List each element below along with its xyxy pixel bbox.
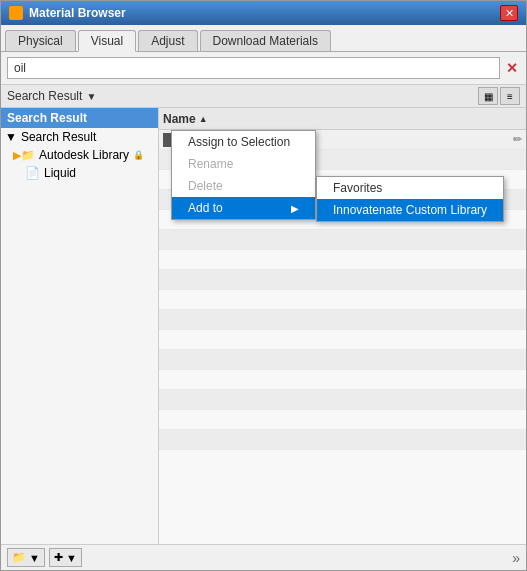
app-icon xyxy=(9,6,23,20)
table-row-empty-9 xyxy=(159,310,526,330)
grid-view-button[interactable]: ▦ xyxy=(478,87,498,105)
folder-icon: ▶📁 xyxy=(13,149,35,162)
library-dropdown-arrow: ▼ xyxy=(29,552,40,564)
ctx-add-to-label: Add to xyxy=(188,201,223,215)
table-row-empty-7 xyxy=(159,270,526,290)
table-row-empty-6 xyxy=(159,250,526,270)
add-button[interactable]: ✚ ▼ xyxy=(49,548,82,567)
left-panel-header: Search Result xyxy=(1,108,158,128)
search-bar: ✕ xyxy=(1,52,526,85)
filter-dropdown-arrow: ▼ xyxy=(86,91,96,102)
tree-item-liquid[interactable]: 📄 Liquid xyxy=(1,164,158,182)
ctx-add-to-arrow: ▶ xyxy=(291,203,299,214)
table-row-empty-8 xyxy=(159,290,526,310)
tab-download-materials[interactable]: Download Materials xyxy=(200,30,331,51)
table-row-empty-15 xyxy=(159,430,526,450)
view-buttons: ▦ ≡ xyxy=(478,87,520,105)
col-name-label: Name xyxy=(163,112,196,126)
right-panel-header: Name ▲ xyxy=(159,108,526,130)
ctx-add-to[interactable]: Add to ▶ xyxy=(172,197,315,219)
tree-label-autodesk-library: Autodesk Library xyxy=(39,148,129,162)
tree-label-liquid: Liquid xyxy=(44,166,76,180)
table-row-empty-11 xyxy=(159,350,526,370)
ctx-rename: Rename xyxy=(172,153,315,175)
material-browser-window: Material Browser ✕ Physical Visual Adjus… xyxy=(0,0,527,571)
search-input[interactable] xyxy=(7,57,500,79)
tab-physical[interactable]: Physical xyxy=(5,30,76,51)
filter-text: Search Result xyxy=(7,89,82,103)
expand-icon: ▼ xyxy=(5,130,17,144)
table-row-empty-14 xyxy=(159,410,526,430)
tree-item-autodesk-library[interactable]: ▶📁 Autodesk Library 🔒 xyxy=(1,146,158,164)
col-name: Name ▲ xyxy=(163,112,522,126)
material-edit-icon[interactable]: ✏ xyxy=(513,133,522,146)
main-content: Search Result ▼ Search Result ▶📁 Autodes… xyxy=(1,108,526,544)
close-button[interactable]: ✕ xyxy=(500,5,518,21)
tabs-bar: Physical Visual Adjust Download Material… xyxy=(1,25,526,52)
filter-bar: Search Result ▼ ▦ ≡ xyxy=(1,85,526,108)
status-bar: 📁 ▼ ✚ ▼ » xyxy=(1,544,526,570)
sort-arrow: ▲ xyxy=(199,114,208,124)
table-row-empty-10 xyxy=(159,330,526,350)
ctx-delete: Delete xyxy=(172,175,315,197)
window-title: Material Browser xyxy=(29,6,126,20)
table-row-empty-12 xyxy=(159,370,526,390)
filter-label[interactable]: Search Result ▼ xyxy=(7,89,96,103)
table-row-empty-13 xyxy=(159,390,526,410)
tree-item-search-result[interactable]: ▼ Search Result xyxy=(1,128,158,146)
add-dropdown-arrow: ▼ xyxy=(66,552,77,564)
library-icon: 📁 xyxy=(12,551,26,564)
title-bar-content: Material Browser xyxy=(9,6,126,20)
submenu-custom-library[interactable]: Innovatenate Custom Library xyxy=(317,199,503,221)
tree-label-search-result: Search Result xyxy=(21,130,96,144)
ctx-assign-to-selection[interactable]: Assign to Selection xyxy=(172,131,315,153)
forward-arrows[interactable]: » xyxy=(512,550,520,566)
submenu-favorites[interactable]: Favorites xyxy=(317,177,503,199)
list-view-button[interactable]: ≡ xyxy=(500,87,520,105)
table-row-empty-5 xyxy=(159,230,526,250)
context-menu: Assign to Selection Rename Delete Add to… xyxy=(171,130,316,220)
page-icon: 📄 xyxy=(25,166,40,180)
left-panel: Search Result ▼ Search Result ▶📁 Autodes… xyxy=(1,108,159,544)
tab-visual[interactable]: Visual xyxy=(78,30,136,52)
lock-icon: 🔒 xyxy=(133,150,144,160)
title-bar: Material Browser ✕ xyxy=(1,1,526,25)
search-clear-button[interactable]: ✕ xyxy=(504,60,520,76)
status-left: 📁 ▼ ✚ ▼ xyxy=(7,548,82,567)
tab-adjust[interactable]: Adjust xyxy=(138,30,197,51)
submenu: Favorites Innovatenate Custom Library xyxy=(316,176,504,222)
add-icon: ✚ xyxy=(54,551,63,564)
library-button[interactable]: 📁 ▼ xyxy=(7,548,45,567)
